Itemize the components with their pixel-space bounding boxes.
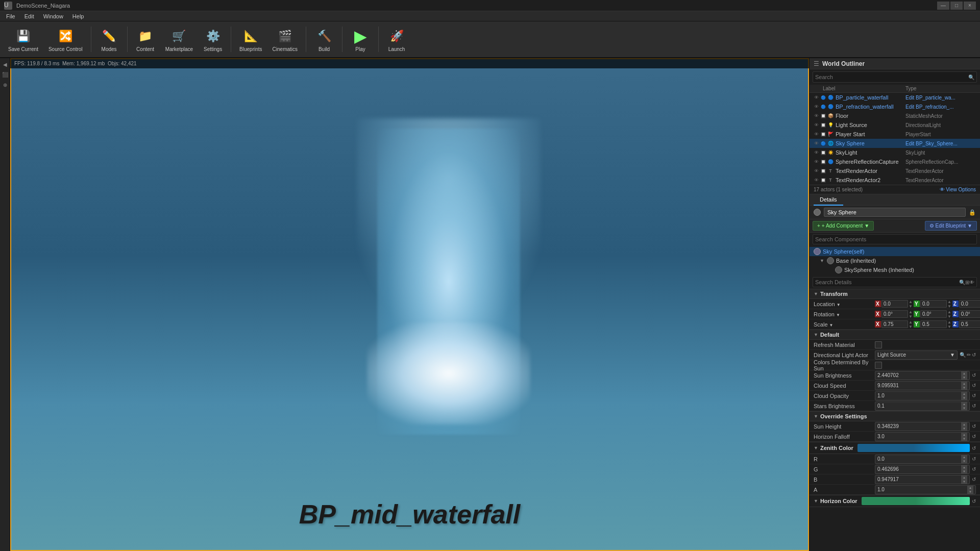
zenith-b-input[interactable]: 0.947917 ▲ ▼ — [875, 475, 970, 484]
outliner-search-input[interactable] — [815, 74, 968, 80]
content-button[interactable]: 📁 Content — [133, 25, 158, 54]
search-details-bar[interactable]: 🔍 ⊞ 👁 — [813, 277, 977, 287]
source-control-button[interactable]: 🔀 Source Control — [45, 25, 86, 54]
rotation-label[interactable]: Rotation ▼ — [814, 311, 875, 317]
maximize-button[interactable]: □ — [950, 2, 963, 10]
zenith-a-input[interactable]: 1.0 ▲ ▼ — [875, 485, 976, 494]
cloud-opacity-input[interactable]: 1.0 ▲ ▼ — [875, 391, 970, 400]
details-eye-icon[interactable]: 👁 — [969, 280, 974, 285]
visibility-icon-text2[interactable]: 👁 — [813, 177, 820, 184]
launch-button[interactable]: 🚀 Launch — [384, 25, 409, 54]
outliner-item-text1[interactable]: 👁 🔲 T TextRenderActor TextRenderActor — [810, 166, 980, 176]
refresh-material-checkbox[interactable] — [875, 341, 882, 348]
sidebar-tool-1[interactable]: ⬛ — [1, 70, 9, 79]
dir-light-reset-icon[interactable]: ↺ — [972, 352, 976, 358]
scale-x-input[interactable] — [881, 320, 908, 328]
location-label[interactable]: Location ▼ — [814, 301, 875, 307]
zenith-a-spin[interactable]: ▲ ▼ — [967, 486, 973, 494]
zenith-r-reset[interactable]: ↺ — [972, 456, 976, 462]
visibility-icon-light[interactable]: 👁 — [813, 121, 820, 129]
zenith-a-down[interactable]: ▼ — [967, 490, 973, 494]
rotation-y-spin[interactable]: ▲▼ — [947, 310, 951, 319]
build-button[interactable]: 🔨 Build — [311, 25, 337, 54]
lock-icon-player[interactable]: 🔲 — [820, 131, 827, 138]
modes-button[interactable]: ✏️ Modes — [96, 25, 122, 54]
outliner-item-sphere-reflect[interactable]: 👁 🔲 🔵 SphereReflectionCapture SphereRefl… — [810, 157, 980, 166]
cinematics-button[interactable]: 🎬 Cinematics — [270, 25, 301, 54]
horizon-color-swatch[interactable] — [862, 497, 970, 505]
stars-brightness-input[interactable]: 0.1 ▲ ▼ — [875, 402, 970, 411]
outliner-search-bar[interactable]: 🔍 — [813, 71, 977, 83]
menu-edit[interactable]: Edit — [20, 12, 38, 20]
actor-name-input[interactable] — [824, 208, 966, 217]
menu-help[interactable]: Help — [68, 12, 88, 20]
scale-y-spin[interactable]: ▲▼ — [947, 320, 951, 329]
zenith-g-input[interactable]: 0.462696 ▲ ▼ — [875, 465, 970, 474]
lock-icon-light[interactable]: 🔲 — [820, 121, 827, 129]
zenith-r-spin[interactable]: ▲ ▼ — [961, 455, 967, 463]
outliner-item-sky-sphere[interactable]: 👁 🔵 🌐 Sky Sphere Edit BP_Sky_Sphere... — [810, 139, 980, 148]
close-button[interactable]: × — [964, 2, 976, 10]
sun-height-input[interactable]: 0.348239 ▲ ▼ — [875, 422, 970, 431]
cloud-speed-spin[interactable]: ▲ ▼ — [961, 382, 967, 390]
sun-brightness-input[interactable]: 2.440702 ▲ ▼ — [875, 371, 970, 380]
outliner-item-skylight[interactable]: 👁 🔲 ☀️ SkyLight SkyLight — [810, 148, 980, 157]
horizon-falloff-down[interactable]: ▼ — [961, 437, 967, 441]
visibility-icon-player[interactable]: 👁 — [813, 131, 820, 138]
edit-blueprint-button[interactable]: ⚙ Edit Blueprint ▼ — [925, 221, 977, 231]
lock-icon-bp-refraction[interactable]: 🔵 — [820, 103, 827, 110]
section-default[interactable]: ▼ Default — [810, 330, 980, 340]
section-horizon-color[interactable]: ▼ Horizon Color ↺ — [810, 495, 980, 507]
lock-icon-skylight[interactable]: 🔲 — [820, 149, 827, 156]
cloud-opacity-reset[interactable]: ↺ — [972, 393, 976, 398]
outliner-item-text2[interactable]: 👁 🔲 T TextRenderActor2 TextRenderActor — [810, 176, 980, 185]
stars-brightness-spin[interactable]: ▲ ▼ — [961, 402, 967, 410]
lock-icon-sphere[interactable]: 🔲 — [820, 158, 827, 165]
location-z-input[interactable] — [959, 300, 980, 308]
stars-brightness-reset[interactable]: ↺ — [972, 403, 976, 409]
scale-x-spin[interactable]: ▲▼ — [909, 320, 913, 329]
col-label-header[interactable]: Label — [813, 86, 905, 91]
horizon-falloff-spin[interactable]: ▲ ▼ — [961, 433, 967, 441]
zenith-g-down[interactable]: ▼ — [961, 469, 967, 473]
scale-y-input[interactable] — [920, 320, 947, 328]
outliner-item-player-start[interactable]: 👁 🔲 🚩 Player Start PlayerStart — [810, 130, 980, 139]
outliner-item-bp-particle[interactable]: 👁 🔵 🔵 BP_particle_waterfall Edit BP_part… — [810, 93, 980, 102]
zenith-color-reset[interactable]: ↺ — [972, 445, 976, 451]
visibility-icon-bp-particle[interactable]: 👁 — [813, 94, 820, 101]
zenith-b-reset[interactable]: ↺ — [972, 477, 976, 482]
lock-icon-text1[interactable]: 🔲 — [820, 167, 827, 174]
zenith-r-down[interactable]: ▼ — [961, 459, 967, 463]
zenith-g-spin[interactable]: ▲ ▼ — [961, 465, 967, 473]
comp-item-mesh[interactable]: SkySphere Mesh (Inherited) — [810, 265, 980, 274]
sun-height-down[interactable]: ▼ — [961, 427, 967, 431]
view-options-button[interactable]: 👁 View Options — [940, 187, 976, 192]
zenith-g-up[interactable]: ▲ — [961, 465, 967, 469]
outliner-item-light-source[interactable]: 👁 🔲 💡 Light Source DirectionalLight — [810, 120, 980, 130]
menu-window[interactable]: Window — [39, 12, 67, 20]
section-zenith-color[interactable]: ▼ Zenith Color ↺ — [810, 442, 980, 454]
sidebar-back-button[interactable]: ◀ — [1, 60, 9, 68]
search-details-icon[interactable]: 🔍 — [959, 280, 965, 285]
sun-brightness-up[interactable]: ▲ — [961, 371, 967, 375]
add-component-button[interactable]: + + Add Component ▼ — [813, 221, 874, 231]
component-search-bar[interactable] — [813, 234, 977, 244]
zenith-r-up[interactable]: ▲ — [961, 455, 967, 459]
play-button[interactable]: ▶ Play — [348, 25, 373, 54]
visibility-icon-skylight[interactable]: 👁 — [813, 149, 820, 156]
rotation-y-input[interactable] — [920, 310, 947, 318]
scale-z-input[interactable] — [959, 320, 980, 328]
comp-item-self[interactable]: Sky Sphere(self) — [810, 247, 980, 256]
save-current-button[interactable]: 💾 Save Current — [5, 25, 41, 54]
search-details-input[interactable] — [815, 279, 959, 285]
stars-brightness-down[interactable]: ▼ — [961, 406, 967, 410]
visibility-icon-sky[interactable]: 👁 — [813, 140, 820, 147]
horizon-falloff-up[interactable]: ▲ — [961, 433, 967, 437]
sidebar-tool-2[interactable]: ⊕ — [1, 81, 9, 89]
minimize-button[interactable]: — — [937, 2, 949, 10]
cloud-speed-reset[interactable]: ↺ — [972, 383, 976, 388]
section-transform[interactable]: ▼ Transform — [810, 289, 980, 299]
sun-height-reset[interactable]: ↺ — [972, 423, 976, 429]
window-controls[interactable]: — □ × — [937, 2, 976, 10]
lock-icon-text2[interactable]: 🔲 — [820, 177, 827, 184]
